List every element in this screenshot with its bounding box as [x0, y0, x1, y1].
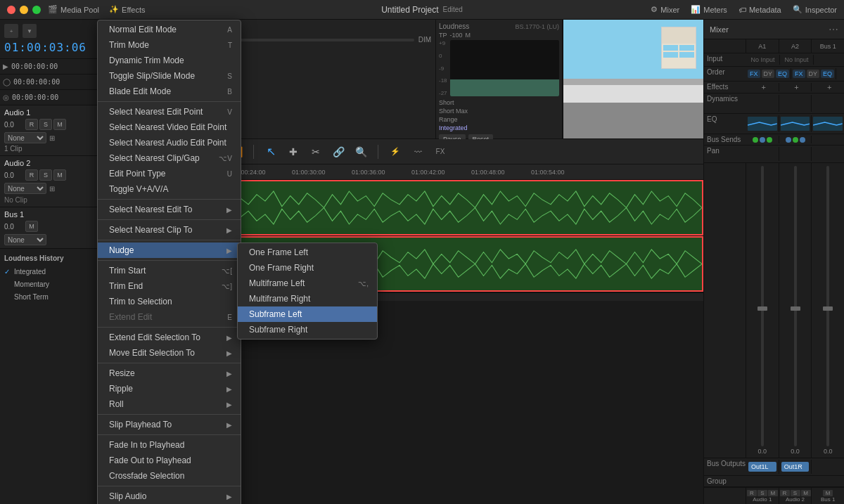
menu-move-edit-selection-to[interactable]: Move Edit Selection To ▶ — [98, 345, 241, 361]
menu-roll[interactable]: Roll ▶ — [98, 396, 241, 412]
menu-trim-mode-shortcut: T — [228, 41, 232, 49]
menu-sep-3 — [98, 219, 241, 220]
menu-slip-audio-label: Slip Audio — [109, 491, 146, 501]
nudge-one-frame-left-label: One Frame Left — [249, 247, 308, 257]
nudge-subframe-right[interactable]: Subframe Right — [238, 322, 377, 337]
menu-move-edit-selection-arrow: ▶ — [226, 349, 232, 357]
menu-ripple[interactable]: Ripple ▶ — [98, 381, 241, 396]
nudge-one-frame-right-label: One Frame Right — [249, 263, 314, 273]
nudge-multiframe-right[interactable]: Multiframe Right — [238, 291, 377, 306]
menu-sep-1 — [98, 101, 241, 102]
menu-select-nearest-clip-label: Select Nearest Clip/Gap — [109, 153, 200, 163]
nudge-subframe-right-label: Subframe Right — [249, 325, 307, 335]
menu-toggle-slip-label: Toggle Slip/Slide Mode — [109, 71, 195, 81]
menu-nudge[interactable]: Nudge ▶ — [98, 243, 241, 258]
menu-resize-label: Resize — [109, 368, 135, 378]
menu-dynamic-trim-mode[interactable]: Dynamic Trim Mode — [98, 53, 241, 68]
menu-sep-10 — [98, 486, 241, 486]
menu-select-nearest-video[interactable]: Select Nearest Video Edit Point — [98, 119, 241, 135]
menu-trim-start[interactable]: Trim Start ⌥[ — [98, 263, 241, 278]
menu-trim-end-label: Trim End — [109, 281, 143, 291]
menu-trim-start-label: Trim Start — [109, 266, 146, 276]
menu-normal-edit-mode[interactable]: Normal Edit Mode A — [98, 22, 241, 37]
menu-resize-arrow: ▶ — [226, 370, 232, 377]
menu-toggle-va[interactable]: Toggle V+A/V/A — [98, 181, 241, 197]
menu-sep-8 — [98, 414, 241, 415]
menu-select-nearest-clip-shortcut: ⌥V — [219, 155, 232, 162]
menu-sep-5 — [98, 260, 241, 261]
menu-resize[interactable]: Resize ▶ — [98, 366, 241, 381]
menu-normal-edit-shortcut: A — [227, 26, 232, 34]
menu-fade-out-label: Fade Out to Playhead — [109, 455, 191, 465]
menu-crossfade-label: Crossfade Selection — [109, 471, 184, 481]
menu-trim-mode[interactable]: Trim Mode T — [98, 37, 241, 53]
menu-select-nearest-edit-to-arrow: ▶ — [226, 206, 232, 214]
menu-move-edit-selection-label: Move Edit Selection To — [109, 348, 195, 358]
nudge-subframe-left[interactable]: Subframe Left — [238, 306, 377, 322]
edit-menu: Normal Edit Mode A Trim Mode T Dynamic T… — [97, 20, 241, 504]
menu-ripple-arrow: ▶ — [226, 385, 232, 393]
menu-blade-edit-mode[interactable]: Blade Edit Mode B — [98, 84, 241, 99]
menu-slip-playhead-to[interactable]: Slip Playhead To ▶ — [98, 417, 241, 432]
menu-select-nearest-video-label: Select Nearest Video Edit Point — [109, 122, 226, 132]
menu-sep-4 — [98, 240, 241, 240]
menu-extend-edit-selection-arrow: ▶ — [226, 334, 232, 342]
menu-fade-out[interactable]: Fade Out to Playhead — [98, 453, 241, 468]
menu-extend-edit: Extend Edit E — [98, 309, 241, 325]
menu-select-nearest-clip-to-arrow: ▶ — [226, 226, 232, 234]
nudge-multiframe-right-label: Multiframe Right — [249, 294, 310, 304]
menu-extend-edit-shortcut: E — [227, 314, 232, 321]
nudge-multiframe-left-shortcut: ⌥, — [358, 280, 369, 287]
menu-sep-9 — [98, 434, 241, 435]
nudge-one-frame-right[interactable]: One Frame Right — [238, 260, 377, 276]
menu-edit-point-type-label: Edit Point Type — [109, 169, 166, 179]
menu-select-nearest-audio-label: Select Nearest Audio Edit Point — [109, 138, 226, 148]
menu-trim-mode-label: Trim Mode — [109, 40, 149, 50]
menu-trim-to-selection-label: Trim to Selection — [109, 297, 172, 306]
menu-select-nearest-audio[interactable]: Select Nearest Audio Edit Point — [98, 135, 241, 150]
menu-trim-end[interactable]: Trim End ⌥] — [98, 278, 241, 294]
nudge-multiframe-left[interactable]: Multiframe Left ⌥, — [238, 276, 377, 291]
nudge-one-frame-left[interactable]: One Frame Left — [238, 245, 377, 260]
menu-select-nearest-edit-to-label: Select Nearest Edit To — [109, 205, 193, 214]
menu-blade-edit-shortcut: B — [227, 88, 232, 96]
nudge-subframe-left-label: Subframe Left — [249, 309, 302, 319]
menu-nudge-label: Nudge — [109, 245, 134, 255]
menu-slip-playhead-arrow: ▶ — [226, 421, 232, 429]
menu-roll-arrow: ▶ — [226, 401, 232, 408]
menu-ripple-label: Ripple — [109, 384, 133, 394]
menu-select-nearest-edit-shortcut: V — [227, 108, 232, 116]
menu-fade-in[interactable]: Fade In to Playhead — [98, 437, 241, 453]
menu-select-nearest-edit-to[interactable]: Select Nearest Edit To ▶ — [98, 202, 241, 217]
menu-crossfade[interactable]: Crossfade Selection — [98, 468, 241, 484]
menu-select-nearest-clip-to[interactable]: Select Nearest Clip To ▶ — [98, 222, 241, 238]
menu-sep-6 — [98, 327, 241, 328]
menu-select-nearest-edit[interactable]: Select Nearest Edit Point V — [98, 104, 241, 119]
menu-edit-point-type-shortcut: U — [227, 170, 232, 178]
menu-roll-label: Roll — [109, 399, 124, 409]
menu-extend-edit-label: Extend Edit — [109, 312, 152, 322]
menu-sep-7 — [98, 363, 241, 363]
menu-overlay[interactable]: Normal Edit Mode A Trim Mode T Dynamic T… — [0, 0, 844, 504]
menu-fade-in-label: Fade In to Playhead — [109, 440, 184, 450]
menu-nudge-arrow: ▶ — [226, 247, 232, 254]
menu-blade-edit-label: Blade Edit Mode — [109, 86, 171, 96]
menu-extend-edit-selection-to[interactable]: Extend Edit Selection To ▶ — [98, 330, 241, 345]
menu-toggle-slip[interactable]: Toggle Slip/Slide Mode S — [98, 68, 241, 84]
menu-trim-to-selection[interactable]: Trim to Selection — [98, 294, 241, 309]
menu-slip-audio[interactable]: Slip Audio ▶ — [98, 489, 241, 504]
menu-slip-playhead-label: Slip Playhead To — [109, 420, 172, 429]
menu-edit-point-type[interactable]: Edit Point Type U — [98, 166, 241, 181]
menu-extend-edit-selection-label: Extend Edit Selection To — [109, 332, 200, 342]
nudge-multiframe-left-label: Multiframe Left — [249, 278, 305, 288]
menu-nudge-wrapper: Nudge ▶ One Frame Left One Frame Right M… — [98, 243, 241, 258]
menu-slip-audio-arrow: ▶ — [226, 493, 232, 500]
nudge-submenu: One Frame Left One Frame Right Multifram… — [237, 243, 378, 340]
menu-select-nearest-clip[interactable]: Select Nearest Clip/Gap ⌥V — [98, 150, 241, 166]
menu-select-nearest-edit-label: Select Nearest Edit Point — [109, 107, 203, 117]
menu-toggle-va-label: Toggle V+A/V/A — [109, 184, 168, 194]
menu-normal-edit-label: Normal Edit Mode — [109, 25, 177, 34]
menu-select-nearest-clip-to-label: Select Nearest Clip To — [109, 225, 193, 235]
menu-toggle-slip-shortcut: S — [227, 72, 232, 80]
menu-dynamic-trim-label: Dynamic Trim Mode — [109, 56, 184, 65]
